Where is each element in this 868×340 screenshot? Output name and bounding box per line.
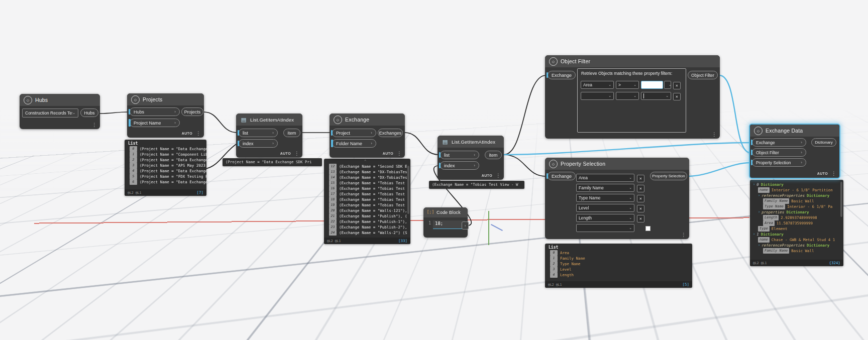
input-port-exchange[interactable]: Exchange — [752, 138, 806, 147]
output-port-projects[interactable]: Projects — [181, 107, 203, 116]
remove-property-button[interactable] — [637, 195, 644, 202]
expand-chevron-icon — [753, 182, 755, 187]
lacing-auto[interactable]: AUTO — [383, 152, 393, 155]
filter-property-dropdown[interactable]: Area — [581, 81, 614, 89]
kebab-menu-icon[interactable] — [92, 122, 97, 128]
node-object-filter[interactable]: Object Filter Exchange Retrieve Objects … — [545, 55, 720, 139]
filter-operator-dropdown-2[interactable] — [616, 92, 639, 100]
vertical-scrollbar[interactable] — [407, 166, 409, 214]
output-port-exchanges[interactable]: Exchanges — [378, 129, 403, 137]
vertical-scrollbar[interactable] — [840, 182, 842, 217]
port-default-marker — [547, 72, 548, 78]
wire-getitem2-to-exchangedata[interactable] — [504, 143, 750, 155]
node-exchange-data[interactable]: Exchange Data Exchange Object Filter Pro… — [749, 124, 840, 179]
filter-property-dropdown-2[interactable] — [581, 92, 614, 100]
output-port-object-filter[interactable]: Object Filter — [688, 71, 718, 79]
filter-value-dropdown-2[interactable] — [641, 92, 671, 100]
lacing-auto[interactable]: AUTO — [182, 132, 192, 135]
input-port-index[interactable]: index — [239, 139, 278, 148]
output-port-code[interactable] — [462, 221, 469, 230]
input-port-property-selection[interactable]: Property Selection — [752, 158, 806, 167]
node-code-block-header[interactable]: Code Block — [423, 207, 468, 217]
levels-label[interactable]: @L2 @L1 — [327, 239, 341, 243]
node-getitematindex-1-header[interactable]: List.GetItemAtIndex — [236, 114, 302, 126]
add-property-box[interactable] — [645, 226, 650, 231]
wire-exchange-to-getitem2-list[interactable] — [405, 133, 439, 155]
node-object-filter-header[interactable]: Object Filter — [545, 55, 720, 67]
tree-row[interactable]: propertiesDictionary — [750, 209, 843, 215]
node-property-selection[interactable]: Property Selection Exchange Area Family … — [545, 158, 689, 239]
node-exchange-header[interactable]: Exchange — [330, 114, 405, 126]
input-port-hubs[interactable]: Hubs — [130, 107, 180, 116]
hubs-dropdown[interactable]: Construction Records Testing — [22, 108, 78, 118]
output-port-hubs[interactable]: Hubs — [80, 108, 98, 117]
tree-row: Type NameInterior - 6 1/8" Pa — [750, 204, 843, 209]
node-projects[interactable]: Projects Hubs Project Name Projects AUTO — [127, 93, 204, 138]
node-property-selection-header[interactable]: Property Selection — [545, 158, 689, 170]
filter-value-input[interactable] — [641, 81, 663, 89]
input-port-index[interactable]: index — [440, 161, 479, 170]
property-dropdown-family-name[interactable]: Family Name — [576, 184, 634, 192]
node-getitematindex-1[interactable]: List.GetItemAtIndex list index item AUTO — [236, 114, 302, 158]
wire-objectfilter-to-exchangedata[interactable] — [719, 75, 750, 153]
remove-property-button[interactable] — [637, 185, 644, 192]
kebab-menu-icon[interactable] — [294, 151, 299, 156]
input-port-folder-name[interactable]: Folder Name — [332, 139, 376, 148]
remove-property-button[interactable] — [637, 215, 644, 222]
kebab-menu-icon[interactable] — [496, 173, 501, 178]
tree-row[interactable]: referencePropertiesDictionary — [750, 193, 843, 198]
property-dropdown-area[interactable]: Area — [576, 174, 634, 182]
kebab-menu-icon[interactable] — [397, 151, 402, 156]
wire-propertyselection-to-exchangedata[interactable] — [687, 163, 750, 176]
property-dropdown-type-name[interactable]: Type Name — [576, 194, 634, 202]
node-exchange-data-header[interactable]: Exchange Data — [750, 125, 839, 137]
input-port-list[interactable]: list — [239, 129, 278, 137]
levels-label[interactable]: @L2 @L1 — [128, 191, 141, 195]
kebab-menu-icon[interactable] — [712, 132, 717, 137]
remove-filter-button-2[interactable] — [673, 93, 681, 100]
levels-label[interactable]: @L2 @L1 — [753, 261, 767, 265]
port-default-marker — [238, 130, 239, 136]
input-port-project-name[interactable]: Project Name — [130, 119, 180, 127]
tree-row[interactable]: 1Dictionary — [750, 232, 843, 237]
property-dropdown-level[interactable]: Level — [576, 204, 634, 212]
input-port-exchange[interactable]: Exchange — [548, 172, 576, 180]
node-exchange[interactable]: Exchange Project Folder Name Exchanges A… — [330, 114, 405, 158]
input-port-object-filter[interactable]: Object Filter — [752, 148, 806, 157]
wire-getitem2-to-propertyselection[interactable] — [504, 155, 546, 176]
tree-row[interactable]: referencePropertiesDictionary — [750, 243, 843, 248]
remove-property-button[interactable] — [637, 175, 644, 182]
input-port-project[interactable]: Project — [332, 129, 376, 137]
output-port-dictionary[interactable]: Dictionary — [811, 138, 836, 147]
wire-projects-to-getitem1-list[interactable] — [204, 112, 237, 133]
node-getitematindex-2-header[interactable]: List.GetItemAtIndex — [438, 136, 504, 148]
property-dropdown-empty[interactable] — [576, 224, 634, 232]
property-dropdown-length[interactable]: Length — [576, 214, 634, 222]
wire-getitem2-to-objectfilter[interactable] — [504, 75, 546, 155]
node-hubs[interactable]: Hubs Construction Records Testing Hubs — [20, 94, 100, 129]
output-port-item[interactable]: item — [485, 151, 502, 159]
node-projects-header[interactable]: Projects — [127, 93, 204, 105]
output-port-item[interactable]: item — [283, 129, 300, 137]
wire-hubs-to-projects[interactable] — [100, 112, 128, 114]
scroll-up-icon[interactable] — [324, 159, 406, 163]
lacing-auto[interactable]: AUTO — [280, 152, 291, 155]
lacing-auto[interactable]: AUTO — [817, 172, 828, 175]
kebab-menu-icon[interactable] — [196, 131, 201, 136]
output-port-property-selection[interactable]: Property Selection — [650, 172, 687, 180]
code-editor[interactable]: 18; — [433, 220, 465, 229]
kebab-menu-icon[interactable] — [831, 171, 836, 176]
node-getitematindex-2[interactable]: List.GetItemAtIndex list index item AUTO — [438, 136, 504, 180]
node-code-block[interactable]: Code Block 1 18; — [423, 207, 468, 238]
input-port-exchange[interactable]: Exchange — [548, 71, 576, 79]
node-hubs-header[interactable]: Hubs — [20, 94, 100, 106]
levels-label[interactable]: @L2 @L1 — [548, 283, 562, 287]
lacing-auto[interactable]: AUTO — [482, 174, 492, 177]
tree-row[interactable]: 0Dictionary — [750, 182, 843, 187]
input-port-list[interactable]: list — [440, 151, 479, 159]
filter-value-caret[interactable] — [664, 81, 671, 89]
remove-filter-button[interactable] — [673, 82, 681, 89]
kebab-menu-icon[interactable] — [681, 232, 686, 238]
remove-property-button[interactable] — [637, 205, 644, 212]
filter-operator-dropdown[interactable]: > — [616, 81, 639, 89]
